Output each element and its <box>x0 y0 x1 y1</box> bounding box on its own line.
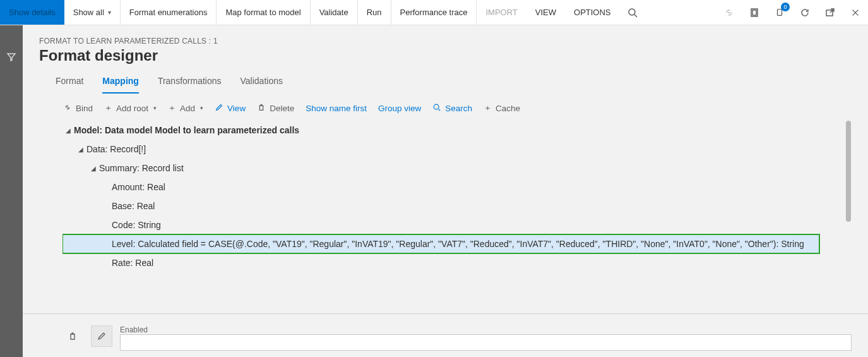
svg-point-0 <box>629 9 635 15</box>
refresh-icon[interactable] <box>792 0 817 25</box>
chevron-down-icon: ▾ <box>200 105 203 111</box>
main-panel: FORMAT TO LEARN PARAMETERIZED CALLS : 1 … <box>23 25 868 357</box>
tree-panel: ◢ Model: Data model Model to learn param… <box>62 120 852 306</box>
edit-formula-button[interactable] <box>91 325 112 347</box>
data-tree: ◢ Model: Data model Model to learn param… <box>62 121 851 272</box>
add-label: Add <box>180 104 195 113</box>
tree-node-summary[interactable]: ◢ Summary: Record list <box>62 159 819 178</box>
plus-icon: ＋ <box>484 102 492 114</box>
view-label: View <box>227 104 246 113</box>
collapse-icon[interactable]: ◢ <box>88 165 99 172</box>
tree-node-level[interactable]: Level: Calculated field = CASE(@.Code, "… <box>62 234 819 253</box>
show-all-button[interactable]: Show all ▾ <box>64 0 121 25</box>
pencil-icon <box>215 103 223 114</box>
view-button[interactable]: View <box>215 103 246 114</box>
run-button[interactable]: Run <box>358 0 391 25</box>
cache-label: Cache <box>496 104 520 113</box>
tree-label: Base: Real <box>112 201 155 211</box>
show-details-button[interactable]: Show details <box>0 0 64 25</box>
validate-button[interactable]: Validate <box>311 0 358 25</box>
side-rail <box>0 25 23 357</box>
svg-point-8 <box>434 104 439 109</box>
delete-formula-button[interactable] <box>62 325 83 347</box>
tree-label: Amount: Real <box>112 182 165 192</box>
filter-button[interactable] <box>3 48 20 66</box>
tree-node-base[interactable]: Base: Real <box>62 197 819 215</box>
tab-validations[interactable]: Validations <box>241 72 283 94</box>
svg-line-9 <box>439 109 441 111</box>
filter-icon <box>6 52 16 62</box>
mapping-toolbar: Bind ＋ Add root ▾ ＋ Add ▾ View <box>23 94 868 120</box>
office-icon[interactable] <box>742 0 767 25</box>
format-enumerations-button[interactable]: Format enumerations <box>121 0 217 25</box>
body: FORMAT TO LEARN PARAMETERIZED CALLS : 1 … <box>0 25 868 357</box>
toolbar-right: 0 <box>716 0 868 25</box>
search-icon <box>627 8 638 18</box>
bind-icon <box>63 103 72 114</box>
pencil-icon <box>97 331 107 341</box>
scrollbar-thumb[interactable] <box>846 121 851 222</box>
link-icon[interactable] <box>716 0 742 25</box>
trash-icon <box>257 103 266 114</box>
plus-icon: ＋ <box>168 102 176 114</box>
search-button-mapping[interactable]: Search <box>432 103 472 114</box>
svg-rect-4 <box>778 9 782 15</box>
top-toolbar: Show details Show all ▾ Format enumerati… <box>0 0 868 25</box>
options-menu[interactable]: OPTIONS <box>565 0 620 25</box>
tree-label: Rate: Real <box>112 258 153 268</box>
tree-label: Summary: Record list <box>99 163 184 173</box>
collapse-icon[interactable]: ◢ <box>62 127 74 134</box>
delete-label: Delete <box>270 104 294 113</box>
breadcrumb: FORMAT TO LEARN PARAMETERIZED CALLS : 1 <box>23 25 868 47</box>
bind-button[interactable]: Bind <box>63 103 93 114</box>
enabled-field: Enabled <box>120 325 852 351</box>
search-label: Search <box>445 104 472 113</box>
tree-node-code[interactable]: Code: String <box>62 215 819 234</box>
collapse-icon[interactable]: ◢ <box>75 146 86 153</box>
search-icon <box>432 103 441 114</box>
add-root-label: Add root <box>116 104 148 113</box>
view-menu[interactable]: VIEW <box>526 0 565 25</box>
tree-label: Code: String <box>112 220 161 230</box>
svg-rect-3 <box>752 10 756 15</box>
enabled-label: Enabled <box>120 325 852 334</box>
bottom-panel: Enabled <box>23 313 868 357</box>
tab-mapping[interactable]: Mapping <box>102 72 139 94</box>
map-format-to-model-button[interactable]: Map format to model <box>217 0 310 25</box>
bind-label: Bind <box>76 104 93 113</box>
popout-icon[interactable] <box>817 0 843 25</box>
show-all-label: Show all <box>73 8 104 17</box>
delete-button[interactable]: Delete <box>257 103 294 114</box>
show-name-first-button[interactable]: Show name first <box>306 104 367 113</box>
tree-node-model[interactable]: ◢ Model: Data model Model to learn param… <box>62 121 819 140</box>
notification-badge: 0 <box>781 3 790 11</box>
tab-transformations[interactable]: Transformations <box>158 72 222 94</box>
tab-strip: Format Mapping Transformations Validatio… <box>23 70 868 94</box>
cache-button[interactable]: ＋ Cache <box>484 102 520 114</box>
group-view-button[interactable]: Group view <box>378 104 421 113</box>
close-icon[interactable] <box>843 0 868 25</box>
performance-trace-button[interactable]: Performance trace <box>391 0 477 25</box>
add-root-button[interactable]: ＋ Add root ▾ <box>104 102 157 114</box>
import-menu[interactable]: IMPORT <box>477 0 526 25</box>
chevron-down-icon: ▾ <box>153 105 157 111</box>
add-button[interactable]: ＋ Add ▾ <box>168 102 203 114</box>
svg-line-1 <box>634 15 637 17</box>
tree-label: Model: Data model Model to learn paramet… <box>74 125 299 135</box>
search-button[interactable] <box>620 0 645 25</box>
chevron-down-icon: ▾ <box>108 9 111 16</box>
tree-node-data[interactable]: ◢ Data: Record[!] <box>62 140 819 159</box>
tab-format[interactable]: Format <box>56 72 83 94</box>
plus-icon: ＋ <box>104 102 112 114</box>
enabled-input[interactable] <box>120 334 852 351</box>
notifications-icon[interactable]: 0 <box>767 0 792 25</box>
tree-node-rate[interactable]: Rate: Real <box>62 253 819 272</box>
tree-node-amount[interactable]: Amount: Real <box>62 178 819 197</box>
page-title: Format designer <box>23 47 868 70</box>
tree-label: Level: Calculated field = CASE(@.Code, "… <box>112 239 804 249</box>
tree-label: Data: Record[!] <box>86 144 146 154</box>
trash-icon <box>68 331 78 341</box>
